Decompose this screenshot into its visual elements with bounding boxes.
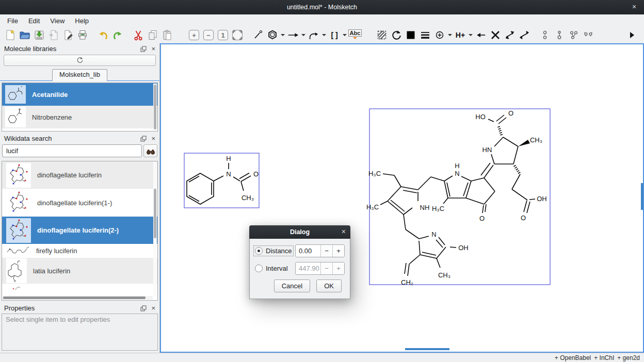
undo-button[interactable] [96, 28, 110, 42]
window-titlebar[interactable]: untitled.mol* - Molsketch × [0, 0, 644, 14]
flip-bond-1-button[interactable] [503, 28, 517, 42]
luciferin-molecule[interactable]: HO O CH₃ HN H N H₃C H₃C NH H₃C O OH O N … [366, 109, 550, 286]
hydrogen-button[interactable]: H+ [453, 28, 468, 42]
atom-label: H [226, 155, 231, 162]
remove-hydrogens-button[interactable] [567, 28, 581, 42]
distance-value[interactable]: 0.00 [296, 245, 320, 257]
acetanilide-molecule[interactable]: H N O CH₃ [184, 153, 259, 208]
zoom-fit-button[interactable] [230, 28, 245, 42]
ok-button[interactable]: OK [316, 279, 342, 292]
window-close-button[interactable]: × [630, 3, 639, 11]
benzene-ring-icon [267, 29, 278, 41]
drawing-canvas[interactable]: H N O CH₃ [160, 43, 644, 353]
copy-button[interactable] [146, 28, 160, 42]
text-tool-button[interactable]: Abc [348, 28, 362, 42]
close-panel-icon[interactable]: × [151, 304, 155, 312]
hydrogen-dropdown[interactable] [468, 28, 474, 42]
molecule-thumbnail [6, 190, 31, 215]
export-button[interactable] [61, 28, 75, 42]
mechanism-arrow-dropdown[interactable] [321, 28, 327, 42]
library-list-scrollbar[interactable] [153, 84, 157, 130]
redo-button[interactable] [110, 28, 125, 42]
list-item-dinoflagellate-luciferin-2[interactable]: dinoflagellate luciferin(2-) [2, 217, 157, 244]
list-item-label: latia luciferin [33, 267, 70, 275]
paste-button[interactable] [160, 28, 174, 42]
open-button[interactable] [18, 28, 32, 42]
import-button[interactable] [46, 28, 61, 42]
ring-tool-button[interactable] [265, 28, 280, 42]
distance-increment-button[interactable]: + [332, 245, 344, 257]
wikidata-list-vscrollbar[interactable] [153, 162, 157, 295]
new-document-button[interactable] [3, 28, 18, 42]
list-item-firefly-luciferin[interactable]: firefly luciferin [2, 244, 157, 258]
scrollbar-thumb[interactable] [3, 297, 146, 299]
close-panel-icon[interactable]: × [151, 135, 155, 142]
close-panel-icon[interactable]: × [151, 45, 155, 53]
color-picker-button[interactable] [404, 28, 418, 42]
paste-icon [162, 29, 173, 41]
rotate-button[interactable] [389, 28, 404, 42]
lasso-selection-button[interactable] [375, 28, 389, 42]
molecule-libraries-title: Molecule libraries [4, 45, 56, 53]
list-item-partial[interactable] [2, 284, 157, 291]
connect-button[interactable] [474, 28, 488, 42]
zoom-original-button[interactable]: 1 [216, 28, 230, 42]
reaction-arrow-dropdown[interactable] [300, 28, 307, 42]
print-button[interactable] [75, 28, 90, 42]
gen2d-button[interactable] [581, 28, 595, 42]
add-hydrogens-button[interactable] [552, 28, 567, 42]
ring-tool-dropdown[interactable] [280, 28, 286, 42]
refresh-libraries-button[interactable] [4, 55, 156, 66]
menu-edit[interactable]: Edit [23, 15, 45, 26]
menu-view[interactable]: View [45, 15, 70, 26]
reaction-arrow-button[interactable] [286, 28, 300, 42]
toolbar-overflow-button[interactable] [626, 28, 641, 42]
menu-file[interactable]: File [2, 15, 23, 26]
wikidata-search-title: Wikidata search [4, 135, 52, 142]
mechanism-arrow-button[interactable] [307, 28, 321, 42]
molecule-thumbnail [6, 258, 27, 283]
list-item-acetanilide[interactable]: Acetanilide [2, 83, 157, 106]
scrollbar-thumb[interactable] [154, 189, 156, 238]
bracket-tool-dropdown[interactable] [342, 28, 348, 42]
save-button[interactable] [32, 28, 46, 42]
wikidata-search-input[interactable] [2, 144, 142, 157]
interval-decrement-button[interactable]: − [320, 262, 332, 274]
cut-button[interactable] [131, 28, 146, 42]
interval-increment-button[interactable]: + [332, 262, 344, 274]
wikidata-list-hscrollbar[interactable] [3, 296, 153, 300]
list-item-nitrobenzene[interactable]: Nitrobenzene [2, 106, 157, 128]
zoom-in-button[interactable]: + [187, 28, 201, 42]
flip-bond-2-button[interactable] [517, 28, 532, 42]
canvas-horizontal-scrollbar[interactable] [405, 348, 449, 350]
interval-value[interactable]: 447.90 [296, 262, 320, 274]
distance-radio[interactable] [255, 247, 263, 255]
atom-label: O [508, 109, 513, 117]
draw-bond-button[interactable] [251, 28, 265, 42]
dialog-close-button[interactable]: × [342, 227, 346, 236]
charge-button[interactable] [432, 28, 447, 42]
optimize-button[interactable] [538, 28, 552, 42]
canvas-vertical-scrollbar[interactable] [641, 183, 643, 210]
atom-label: O [521, 214, 526, 222]
zoom-out-button[interactable]: − [201, 28, 216, 42]
delete-button[interactable] [488, 28, 503, 42]
menu-help[interactable]: Help [70, 15, 94, 26]
distance-decrement-button[interactable]: − [320, 245, 332, 257]
interval-radio[interactable] [255, 265, 263, 272]
bracket-tool-button[interactable]: [ ] [327, 28, 342, 42]
list-item-dinoflagellate-luciferin[interactable]: dinoflagellate luciferin [2, 161, 157, 189]
tab-molsketch-lib[interactable]: Molsketch_lib [52, 69, 107, 81]
float-panel-icon[interactable] [140, 305, 147, 311]
dialog-titlebar[interactable]: Dialog × [249, 225, 350, 239]
list-item-latia-luciferin[interactable]: latia luciferin [2, 258, 157, 284]
wikidata-search-button[interactable] [143, 144, 157, 157]
float-panel-icon[interactable] [140, 136, 147, 142]
list-item-dinoflagellate-luciferin-1[interactable]: dinoflagellate luciferin(1-) [2, 189, 157, 217]
cancel-button[interactable]: Cancel [274, 279, 310, 292]
charge-dropdown[interactable] [447, 28, 453, 42]
scrollbar-thumb[interactable] [154, 85, 156, 129]
float-panel-icon[interactable] [140, 46, 147, 52]
line-width-button[interactable] [418, 28, 432, 42]
overflow-arrow-icon [630, 32, 637, 38]
